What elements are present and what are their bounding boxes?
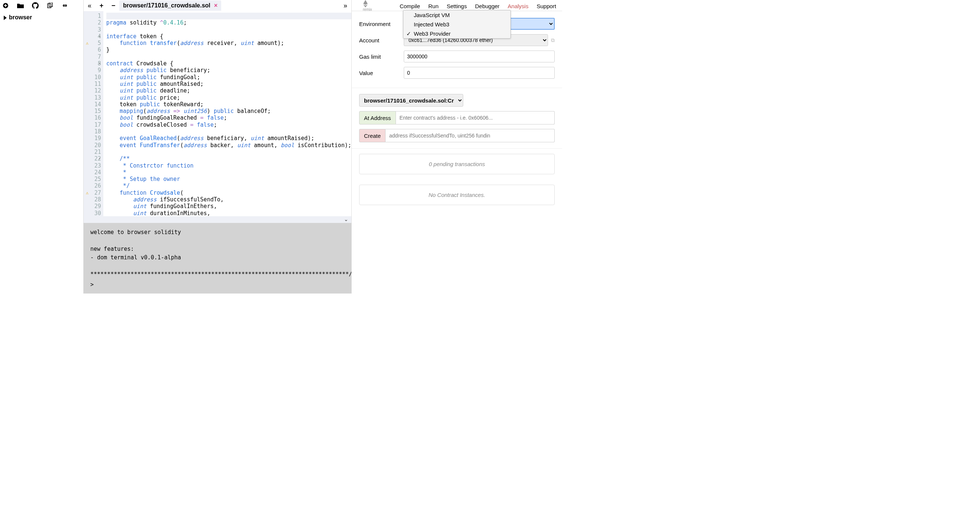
code-line[interactable]: /** (106, 155, 351, 162)
line-number: 21 (84, 149, 101, 155)
code-line[interactable]: bool crowdsaleClosed = false; (106, 122, 351, 128)
code-area[interactable]: pragma solidity ^0.4.16; interface token… (103, 11, 351, 216)
code-line[interactable]: uint durationInMinutes, (106, 210, 351, 216)
line-number: 12 (84, 87, 101, 94)
code-line[interactable]: * Constrctor function (106, 162, 351, 169)
code-line[interactable]: address public beneficiary; (106, 67, 351, 74)
close-tab-icon[interactable]: × (214, 2, 218, 9)
code-line[interactable]: interface token { (106, 33, 351, 40)
gas-input[interactable] (404, 51, 555, 62)
copy-icon[interactable] (47, 2, 54, 9)
code-line[interactable]: uint public price; (106, 94, 351, 101)
code-line[interactable]: event GoalReached(address beneficiary, u… (106, 135, 351, 141)
code-line[interactable]: uint public deadline; (106, 87, 351, 94)
zoom-in-icon[interactable]: + (95, 2, 107, 10)
code-line[interactable] (106, 13, 351, 19)
terminal[interactable]: welcome to browser solidity new features… (84, 223, 351, 293)
code-line[interactable] (106, 149, 351, 155)
code-line[interactable]: function Crowdsale( (106, 190, 351, 196)
account-label: Account (359, 37, 404, 43)
line-number: 6 (84, 46, 101, 53)
line-number: 24 (84, 169, 101, 176)
code-line[interactable]: contract Crowdsale { (106, 60, 351, 67)
code-line[interactable]: address ifSuccessfulSendTo, (106, 196, 351, 203)
at-address-button[interactable]: At Address (359, 111, 396, 124)
line-number: 3 (84, 26, 101, 33)
code-line[interactable] (106, 26, 351, 33)
code-line[interactable]: pragma solidity ^0.4.16; (106, 19, 351, 26)
code-line[interactable]: uint fundingGoalInEthers, (106, 203, 351, 209)
tab-compile[interactable]: Compile (398, 2, 422, 11)
editor-tab[interactable]: browser/171016_crowdsale.sol × (119, 0, 221, 11)
code-line[interactable] (106, 54, 351, 60)
line-number: 2 (84, 19, 101, 26)
tabs-prev-icon[interactable]: « (84, 2, 95, 10)
create-button[interactable]: Create (359, 129, 385, 142)
folder-label: browser (9, 14, 32, 21)
code-line[interactable]: token public tokenReward; (106, 101, 351, 108)
line-number: 26 (84, 182, 101, 189)
editor-tabbar: « + − browser/171016_crowdsale.sol × » (84, 0, 351, 11)
line-number: 18 (84, 128, 101, 135)
svg-rect-2 (4, 5, 7, 6)
line-number: 20 (84, 142, 101, 149)
code-line[interactable]: function transfer(address receiver, uint… (106, 40, 351, 46)
tab-debugger[interactable]: Debugger (473, 2, 502, 11)
line-number: 10 (84, 74, 101, 81)
env-option-web3[interactable]: Web3 Provider (403, 29, 511, 38)
line-number: 7 (84, 54, 101, 60)
github-icon[interactable] (32, 2, 39, 9)
line-number: 15 (84, 108, 101, 114)
code-line[interactable]: uint public amountRaised; (106, 81, 351, 87)
line-number: 28 (84, 196, 101, 203)
at-address-input[interactable] (396, 111, 555, 124)
terminal-prompt[interactable]: > (90, 281, 345, 289)
gutter: 1234567891011121314151617181920212223242… (84, 11, 103, 216)
terminal-line: - dom terminal v0.0.1-alpha (90, 254, 345, 262)
line-number: 11 (84, 81, 101, 87)
remix-logo: remix (363, 0, 370, 11)
code-line[interactable] (106, 128, 351, 135)
svg-rect-5 (64, 5, 66, 6)
line-number: 19 (84, 135, 101, 141)
code-line[interactable]: */ (106, 182, 351, 189)
tab-title: browser/171016_crowdsale.sol (123, 2, 210, 9)
line-number: 14 (84, 101, 101, 108)
code-line[interactable]: * Setup the owner (106, 176, 351, 182)
gas-label: Gas limit (359, 54, 404, 60)
line-number: 13 (84, 94, 101, 101)
tab-support[interactable]: Support (534, 2, 558, 11)
line-number: 8 (84, 60, 101, 67)
code-line[interactable]: mapping(address => uint256) public balan… (106, 108, 351, 114)
deploy-section: browser/171016_crowdsale.sol:Crowd At Ad… (352, 88, 562, 149)
tabs-next-icon[interactable]: » (339, 2, 351, 10)
tab-analysis[interactable]: Analysis (506, 2, 531, 11)
link-icon[interactable] (62, 2, 68, 9)
line-number: 27 (84, 190, 101, 196)
panel-resize-handle[interactable]: ⌄ (84, 216, 351, 223)
line-number: 9 (84, 67, 101, 74)
value-input[interactable] (404, 67, 555, 79)
zoom-out-icon[interactable]: − (107, 2, 119, 10)
code-line[interactable]: uint public fundingGoal; (106, 74, 351, 81)
copy-address-icon[interactable]: ⧉ (551, 37, 555, 43)
env-option-jsvm[interactable]: JavaScript VM (403, 10, 511, 20)
code-line[interactable]: } (106, 46, 351, 53)
line-number: 23 (84, 162, 101, 169)
file-tree[interactable]: browser (0, 11, 83, 21)
right-tabs: remix Compile Run Settings Debugger Anal… (352, 0, 562, 11)
create-input[interactable] (385, 129, 555, 142)
code-line[interactable]: event FundTransfer(address backer, uint … (106, 142, 351, 149)
new-file-icon[interactable] (2, 2, 9, 9)
open-folder-icon[interactable] (17, 2, 24, 9)
tab-settings[interactable]: Settings (445, 2, 469, 11)
environment-dropdown[interactable]: JavaScript VM Injected Web3 Web3 Provide… (403, 10, 511, 39)
code-line[interactable]: * (106, 169, 351, 176)
env-option-injected[interactable]: Injected Web3 (403, 20, 511, 29)
contract-select[interactable]: browser/171016_crowdsale.sol:Crowd (359, 94, 463, 107)
line-number: 25 (84, 176, 101, 182)
line-number: 22 (84, 155, 101, 162)
tab-run[interactable]: Run (426, 2, 441, 11)
code-line[interactable]: bool fundingGoalReached = false; (106, 114, 351, 121)
code-editor[interactable]: 1234567891011121314151617181920212223242… (84, 11, 351, 216)
